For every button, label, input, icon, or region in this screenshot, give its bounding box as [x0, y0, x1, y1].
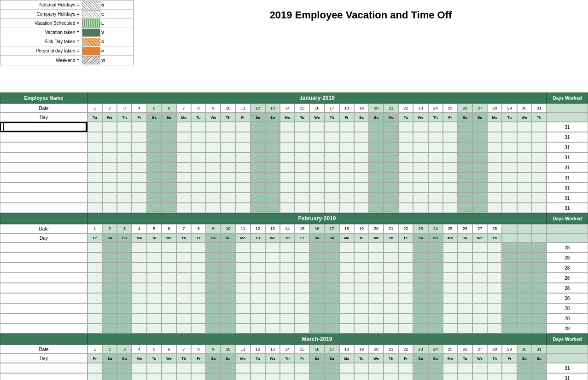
emp-day-cell[interactable] — [191, 293, 206, 303]
emp-day-cell[interactable] — [250, 242, 265, 253]
emp-day-cell[interactable] — [532, 273, 547, 283]
emp-day-cell[interactable] — [443, 132, 458, 142]
emp-day-cell[interactable] — [458, 173, 472, 183]
emp-day-cell[interactable] — [176, 122, 191, 132]
emp-day-cell[interactable] — [428, 303, 443, 313]
emp-day-cell[interactable] — [191, 203, 206, 213]
emp-day-cell[interactable] — [487, 173, 502, 183]
emp-day-cell[interactable] — [369, 293, 384, 303]
emp-day-cell[interactable] — [339, 242, 354, 253]
emp-day-cell[interactable] — [117, 313, 132, 323]
emp-day-cell[interactable] — [309, 142, 324, 152]
emp-day-cell[interactable] — [487, 132, 502, 142]
emp-day-cell[interactable] — [398, 313, 413, 323]
emp-day-cell[interactable] — [443, 273, 458, 283]
emp-day-cell[interactable] — [398, 173, 413, 183]
emp-day-cell[interactable] — [354, 363, 369, 373]
emp-day-cell[interactable] — [517, 283, 532, 293]
emp-day-cell[interactable] — [443, 323, 458, 334]
emp-day-cell[interactable] — [162, 313, 176, 323]
emp-day-cell[interactable] — [162, 152, 176, 162]
emp-day-cell[interactable] — [428, 152, 443, 162]
emp-day-cell[interactable] — [398, 162, 413, 173]
emp-day-cell[interactable] — [369, 283, 384, 293]
emp-day-cell[interactable] — [147, 122, 162, 132]
emp-day-cell[interactable] — [428, 313, 443, 323]
emp-day-cell[interactable] — [413, 152, 428, 162]
emp-day-cell[interactable] — [147, 323, 162, 334]
emp-day-cell[interactable] — [132, 152, 146, 162]
emp-day-cell[interactable] — [117, 203, 132, 213]
emp-day-cell[interactable] — [443, 242, 458, 253]
emp-day-cell[interactable] — [384, 303, 398, 313]
emp-day-cell[interactable] — [354, 242, 369, 253]
emp-day-cell[interactable] — [132, 303, 146, 313]
emp-day-cell[interactable] — [221, 162, 235, 173]
emp-day-cell[interactable] — [87, 283, 102, 293]
emp-day-cell[interactable] — [176, 132, 191, 142]
emp-day-cell[interactable] — [325, 193, 339, 203]
emp-day-cell[interactable] — [221, 323, 235, 334]
emp-day-cell[interactable] — [87, 162, 102, 173]
emp-day-cell[interactable] — [280, 132, 295, 142]
emp-day-cell[interactable] — [443, 142, 458, 152]
emp-day-cell[interactable] — [206, 142, 221, 152]
emp-day-cell[interactable] — [102, 373, 117, 380]
emp-day-cell[interactable] — [502, 173, 517, 183]
emp-day-cell[interactable] — [413, 293, 428, 303]
emp-day-cell[interactable] — [102, 293, 117, 303]
emp-day-cell[interactable] — [280, 242, 295, 253]
emp-day-cell[interactable] — [206, 323, 221, 334]
emp-day-cell[interactable] — [191, 273, 206, 283]
emp-day-cell[interactable] — [458, 293, 472, 303]
emp-day-cell[interactable] — [176, 283, 191, 293]
emp-day-cell[interactable] — [265, 132, 280, 142]
emp-day-cell[interactable] — [265, 273, 280, 283]
emp-day-cell[interactable] — [221, 142, 235, 152]
emp-day-cell[interactable] — [250, 203, 265, 213]
emp-day-cell[interactable] — [176, 183, 191, 193]
emp-day-cell[interactable] — [132, 293, 146, 303]
emp-day-cell[interactable] — [532, 152, 547, 162]
emp-day-cell[interactable] — [147, 173, 162, 183]
emp-day-cell[interactable] — [458, 193, 472, 203]
emp-day-cell[interactable] — [398, 142, 413, 152]
emp-day-cell[interactable] — [369, 122, 384, 132]
emp-day-cell[interactable] — [369, 373, 384, 380]
emp-day-cell[interactable] — [236, 283, 250, 293]
emp-day-cell[interactable] — [309, 183, 324, 193]
emp-day-cell[interactable] — [384, 183, 398, 193]
emp-day-cell[interactable] — [117, 293, 132, 303]
emp-day-cell[interactable] — [221, 193, 235, 203]
emp-day-cell[interactable] — [487, 203, 502, 213]
emp-day-cell[interactable] — [221, 363, 235, 373]
emp-day-cell[interactable] — [117, 253, 132, 263]
emp-day-cell[interactable] — [354, 203, 369, 213]
emp-day-cell[interactable] — [443, 122, 458, 132]
emp-day-cell[interactable] — [102, 132, 117, 142]
emp-day-cell[interactable] — [354, 183, 369, 193]
emp-day-cell[interactable] — [280, 283, 295, 293]
emp-day-cell[interactable] — [280, 273, 295, 283]
emp-day-cell[interactable] — [384, 363, 398, 373]
emp-day-cell[interactable] — [87, 273, 102, 283]
emp-day-cell[interactable] — [458, 323, 472, 334]
emp-day-cell[interactable] — [250, 152, 265, 162]
emp-day-cell[interactable] — [102, 363, 117, 373]
emp-day-cell[interactable] — [339, 303, 354, 313]
emp-day-cell[interactable] — [147, 152, 162, 162]
emp-day-cell[interactable] — [532, 193, 547, 203]
emp-day-cell[interactable] — [487, 193, 502, 203]
emp-day-cell[interactable] — [236, 263, 250, 273]
emp-day-cell[interactable] — [443, 162, 458, 173]
emp-day-cell[interactable] — [487, 142, 502, 152]
emp-day-cell[interactable] — [87, 303, 102, 313]
emp-day-cell[interactable] — [532, 283, 547, 293]
emp-day-cell[interactable] — [309, 303, 324, 313]
emp-day-cell[interactable] — [236, 152, 250, 162]
emp-day-cell[interactable] — [176, 363, 191, 373]
emp-day-cell[interactable] — [147, 132, 162, 142]
emp-day-cell[interactable] — [472, 173, 487, 183]
emp-day-cell[interactable] — [206, 273, 221, 283]
emp-day-cell[interactable] — [162, 173, 176, 183]
